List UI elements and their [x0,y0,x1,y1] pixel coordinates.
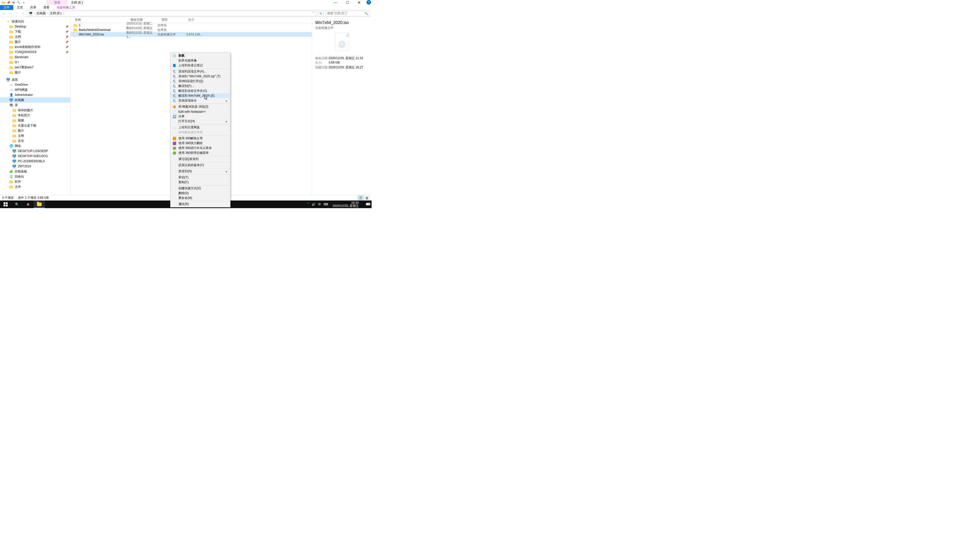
search-button[interactable]: 🔍 [11,200,22,208]
forward-button[interactable]: → [8,11,13,16]
file-row[interactable]: BaiduNetdiskDownload2020/12/25, 星期五 1...… [71,27,312,32]
menu-item[interactable]: 还原以前的版本(V) [171,163,230,168]
ime-icon[interactable]: ⌨ [324,203,328,206]
pin-icon[interactable]: 📌 [6,1,10,4]
nav-tree[interactable]: ★快速访问Desktop📌下载📌文档📌图片📌excel表格制作求和📌YUNQIS… [0,17,71,195]
tree-item[interactable]: ☁️OneDrive [0,82,70,87]
tree-item[interactable]: 🧩控制面板 [0,169,70,174]
tree-item[interactable]: ZMT2019 [0,164,70,169]
tree-item[interactable]: 图片 [0,128,70,133]
explorer-taskbar-button[interactable] [34,200,45,208]
tree-item[interactable]: 此电脑 [0,97,70,103]
menu-item[interactable]: 重命名(M) [171,196,230,200]
tree-item[interactable]: 👤Administrator [0,92,70,97]
tree-item[interactable]: win7重装win7 [0,65,70,70]
breadcrumb-pc-icon[interactable]: 🖥️ [28,12,34,15]
task-view-button[interactable]: ⊞ [22,200,34,208]
menu-item[interactable]: 🗜️用360压缩打开(Q) [171,79,230,84]
view-large-button[interactable]: ▦ [364,196,369,200]
breadcrumb-dropdown[interactable]: ˅ [311,12,315,15]
menu-item[interactable]: 🟢使用 360进行木马云查杀 [171,146,230,151]
tree-item[interactable]: Desktop📌 [0,24,70,29]
menu-item[interactable]: 复制(C) [171,180,230,185]
menu-item[interactable]: 🗜️其他压缩命令▸ [171,98,230,103]
tree-item[interactable]: 桌面 [0,77,70,82]
col-type[interactable]: 类型 [158,17,184,22]
menu-item[interactable]: 💿装载 [171,53,230,58]
tree-item[interactable]: ★快速访问 [0,19,70,24]
tree-item[interactable]: 🌐网络 [0,143,70,148]
menu-item[interactable]: ☁️上传到百度网盘 [171,125,230,130]
contextual-tab[interactable]: 管理 [46,0,68,5]
maximize-button[interactable]: ☐ [342,0,353,5]
menu-item[interactable]: 删除(D) [171,191,230,196]
tree-item[interactable]: 音乐 [0,138,70,143]
tab-view[interactable]: 查看 [40,5,53,10]
tab-share[interactable]: 共享 [27,5,40,10]
menu-item[interactable]: 剪切(T) [171,175,230,180]
up-button[interactable]: ↑ [21,11,25,16]
tree-item[interactable]: 图片📌 [0,39,70,44]
menu-item[interactable]: 🗜️添加到压缩文件(A)... [171,69,230,74]
menu-item[interactable]: 属性(R) [171,202,230,206]
tree-item[interactable]: DESKTOP-LSSOEDP [0,148,70,154]
help-button[interactable]: ? [366,0,371,5]
properties-icon[interactable]: 🔧 [17,1,21,4]
menu-item[interactable]: 🗜️解压到当前文件夹(X) [171,89,230,94]
menu-item[interactable]: 📘上传到有道云笔记 [171,63,230,68]
search-icon[interactable]: 🔍 [364,12,368,15]
menu-item[interactable]: 🗜️解压到 Win7x64_2020\ (E) [171,94,230,98]
tree-item[interactable]: PC-20190530OBLA [0,159,70,164]
column-headers[interactable]: 名称 修改日期 类型 大小 [71,17,312,23]
menu-item[interactable]: 通过QQ发送到 [171,157,230,162]
menu-item[interactable]: 🟢使用 360管理右键菜单 [171,151,230,156]
volume-icon[interactable]: 🔊 [312,203,315,206]
menu-item[interactable]: 发送到(N)▸ [171,169,230,174]
menu-item[interactable]: 创建快捷方式(S) [171,186,230,191]
tree-item[interactable]: ☁️WPS网盘 [0,87,70,92]
tray-overflow-icon[interactable]: ˄ [307,203,309,206]
tree-item[interactable]: 图片 [0,70,70,75]
tree-item[interactable]: 下载📌 [0,29,70,34]
tree-item[interactable]: excel表格制作求和📌 [0,44,70,49]
tree-item[interactable]: 文档📌 [0,34,70,39]
menu-item[interactable]: 🟧使用 360解除占用 [171,136,230,141]
context-menu[interactable]: 💿装载刻录光盘映像📘上传到有道云笔记🗜️添加到压缩文件(A)...🗜️添加到 "… [170,52,231,207]
back-button[interactable]: ← [2,11,6,16]
tree-item[interactable]: YUNQISHI2019📌 [0,49,70,55]
clock[interactable]: 16:32 2020/12/25, 星期五 [331,201,361,207]
tree-item[interactable]: G:\ [0,60,70,65]
tree-item[interactable]: 天翼云盘下载 [0,123,70,128]
menu-item[interactable]: 📄Edit with Notepad++ [171,109,230,114]
tree-item[interactable]: 文档 [0,133,70,138]
refresh-button[interactable]: ↻ [318,11,324,16]
breadcrumb-root[interactable]: 此电脑 [35,11,47,16]
qat-dropdown-icon[interactable]: ▾ [22,1,25,4]
col-size[interactable]: 大小 [184,17,204,22]
tree-item[interactable]: 🗑️回收站 [0,174,70,179]
breadcrumb-box[interactable]: 🖥️ › 此电脑 › 文档 (E:) › ˅ [27,11,316,16]
tree-item[interactable]: 保存的图片 [0,108,70,113]
menu-item[interactable]: 🔶用 蜂蜜浏览器 浏览(3) [171,104,230,109]
tree-item[interactable]: 📚库 [0,103,70,108]
tree-item[interactable]: 软件 [0,179,70,184]
action-center-button[interactable]: 💬3 [363,203,371,206]
tree-item[interactable]: 本机照片 [0,113,70,118]
file-row[interactable]: Win7x64_2020.iso2020/12/25, 星期五 1...光盘映像… [71,32,312,37]
file-row[interactable]: 12020/12/15, 星期二 1...文件夹 [71,23,312,27]
col-name[interactable]: 名称 [71,17,126,22]
close-button[interactable]: ✕ [353,0,365,5]
search-input[interactable]: 搜索"文档 (E:)" 🔍 [325,11,369,16]
menu-item[interactable]: 🗜️添加到 "Win7x64_2020.zip" (T) [171,74,230,79]
menu-item[interactable]: 🟪使用 360强力删除 [171,141,230,146]
delete-icon[interactable]: ✕ [12,1,15,4]
breadcrumb-drive[interactable]: 文档 (E:) [49,11,63,16]
tab-disc-tools[interactable]: 光盘映像工具 [53,5,79,10]
tree-item[interactable]: 视频 [0,118,70,123]
menu-item[interactable]: 刻录光盘映像 [171,58,230,63]
view-details-button[interactable]: ☰ [358,196,363,200]
minimize-button[interactable]: — [330,0,342,5]
history-dropdown[interactable]: ˅ [14,11,19,16]
menu-item[interactable]: 🗜️解压到(F)... [171,84,230,89]
menu-item[interactable]: 打开方式(H)▸ [171,119,230,124]
